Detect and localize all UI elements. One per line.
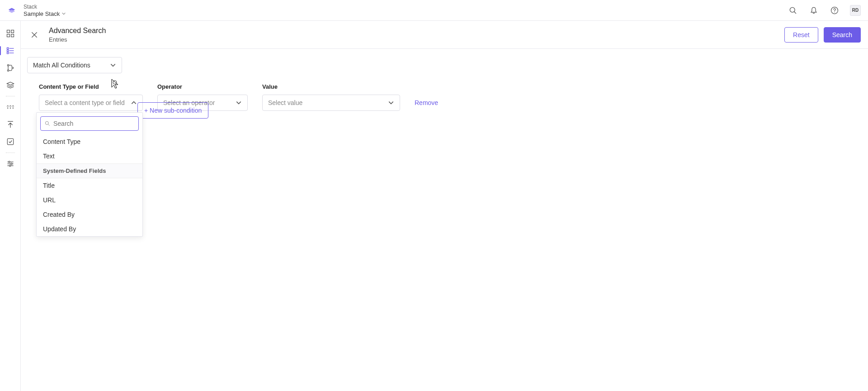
svg-rect-5 xyxy=(11,30,14,33)
value-select-placeholder: Select value xyxy=(268,99,302,106)
chevron-down-icon xyxy=(61,11,66,16)
operator-column-label: Operator xyxy=(157,83,248,90)
top-header: Stack Sample Stack RD xyxy=(0,0,868,21)
svg-point-17 xyxy=(7,108,8,109)
close-button[interactable] xyxy=(28,29,41,41)
value-column-label: Value xyxy=(262,83,400,90)
svg-rect-12 xyxy=(7,52,8,53)
svg-point-26 xyxy=(9,165,10,167)
svg-point-19 xyxy=(12,108,13,109)
sidebar-item-assets[interactable] xyxy=(1,77,19,93)
sidebar-item-dashboard[interactable] xyxy=(1,25,19,42)
dropdown-group-header: System-Defined Fields xyxy=(37,163,142,178)
sidebar-divider xyxy=(6,96,15,96)
svg-rect-4 xyxy=(7,30,9,33)
svg-point-14 xyxy=(7,65,9,66)
svg-point-22 xyxy=(8,161,9,162)
search-button[interactable]: Search xyxy=(824,27,861,43)
field-select[interactable]: Select a content type or field xyxy=(39,95,143,111)
dropdown-item[interactable]: Created By xyxy=(37,207,142,222)
page-title: Advanced Search xyxy=(49,26,106,35)
dropdown-search[interactable] xyxy=(40,116,139,131)
chevron-down-icon xyxy=(110,62,116,68)
sidebar xyxy=(0,21,21,391)
match-conditions-select[interactable]: Match All Conditions xyxy=(27,57,122,73)
reset-button[interactable]: Reset xyxy=(784,27,818,43)
page-header: Advanced Search Entries Reset Search xyxy=(21,21,868,49)
sidebar-item-content-types[interactable] xyxy=(1,60,19,76)
svg-point-16 xyxy=(12,67,13,68)
chevron-up-icon xyxy=(131,100,137,106)
field-dropdown: Content Type Text System-Defined Fields … xyxy=(36,112,143,237)
new-sub-condition-button[interactable]: + New sub-condition xyxy=(137,102,208,119)
svg-rect-6 xyxy=(7,34,9,37)
svg-line-1 xyxy=(794,11,796,13)
help-icon[interactable] xyxy=(829,5,840,16)
sidebar-divider xyxy=(6,153,15,153)
svg-rect-10 xyxy=(7,50,8,51)
search-icon[interactable] xyxy=(788,5,798,16)
svg-line-30 xyxy=(48,124,50,126)
dropdown-item[interactable]: Content Type xyxy=(37,134,142,149)
value-select[interactable]: Select value xyxy=(262,95,400,111)
app-logo[interactable] xyxy=(5,4,18,17)
dropdown-item[interactable]: Text xyxy=(37,149,142,163)
field-select-placeholder: Select a content type or field xyxy=(45,99,125,106)
dropdown-search-input[interactable] xyxy=(53,120,135,127)
svg-point-3 xyxy=(834,12,835,13)
chevron-down-icon xyxy=(236,100,242,106)
search-icon xyxy=(44,120,51,127)
remove-condition-link[interactable]: Remove xyxy=(415,95,438,111)
dropdown-list[interactable]: Content Type Text System-Defined Fields … xyxy=(37,134,142,236)
bell-icon[interactable] xyxy=(808,5,819,16)
stack-label: Stack xyxy=(24,4,66,10)
page-subtitle: Entries xyxy=(49,36,106,43)
svg-rect-8 xyxy=(7,48,8,49)
svg-point-29 xyxy=(45,121,48,124)
avatar[interactable]: RD xyxy=(850,5,861,16)
svg-point-15 xyxy=(7,70,9,71)
sidebar-item-entries[interactable] xyxy=(1,43,19,59)
field-column-label: Content Type or Field xyxy=(39,83,143,90)
svg-rect-20 xyxy=(7,138,13,144)
chevron-down-icon xyxy=(388,100,394,106)
svg-point-24 xyxy=(10,163,12,164)
stack-name: Sample Stack xyxy=(24,10,66,17)
match-conditions-label: Match All Conditions xyxy=(33,62,90,69)
svg-point-18 xyxy=(9,108,10,109)
dropdown-item[interactable]: URL xyxy=(37,193,142,207)
svg-rect-7 xyxy=(11,34,14,37)
sidebar-item-settings[interactable] xyxy=(1,156,19,172)
stack-info[interactable]: Stack Sample Stack xyxy=(24,4,66,17)
dropdown-item[interactable]: Updated By xyxy=(37,222,142,236)
dropdown-item[interactable]: Title xyxy=(37,178,142,193)
sidebar-item-releases[interactable] xyxy=(1,116,19,133)
sidebar-item-publish-queue[interactable] xyxy=(1,99,19,115)
sidebar-item-tasks[interactable] xyxy=(1,134,19,150)
